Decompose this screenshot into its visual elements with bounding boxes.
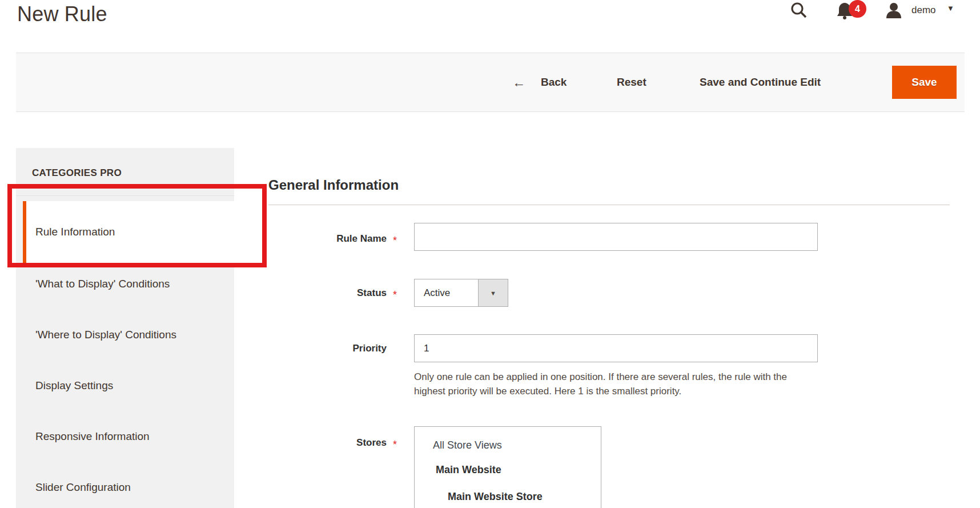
rule-name-label: Rule Name (267, 233, 387, 245)
user-menu[interactable]: demo (911, 5, 936, 16)
priority-label: Priority (267, 343, 387, 354)
status-label: Status (267, 287, 387, 299)
settings-sidebar: CATEGORIES PRO Rule Information 'What to… (16, 148, 234, 508)
status-caret-button[interactable]: ▼ (478, 279, 508, 306)
chevron-down-icon: ▼ (490, 290, 496, 297)
sidebar-heading: CATEGORIES PRO (16, 148, 234, 196)
status-select[interactable]: Active ▼ (414, 279, 508, 307)
sidebar-item-responsive-information[interactable]: Responsive Information (16, 411, 234, 462)
section-divider (268, 205, 950, 205)
status-selected-value: Active (424, 279, 450, 306)
rule-name-input[interactable] (414, 223, 818, 251)
priority-input[interactable] (414, 334, 818, 362)
stores-label: Stores (267, 437, 387, 449)
section-title: General Information (268, 177, 399, 193)
user-avatar-icon[interactable] (885, 2, 903, 19)
sidebar-item-where-to-display-conditions[interactable]: 'Where to Display' Conditions (16, 309, 234, 360)
page-actions-toolbar: ← Back Reset Save and Continue Edit Save (16, 53, 965, 112)
search-icon[interactable] (790, 1, 808, 19)
stores-option-all-store-views[interactable]: All Store Views (433, 439, 502, 451)
user-menu-caret-icon[interactable]: ▼ (947, 4, 954, 13)
save-and-continue-button[interactable]: Save and Continue Edit (700, 76, 821, 89)
stores-required-asterisk: * (393, 439, 404, 451)
rule-name-required-asterisk: * (393, 235, 404, 247)
sidebar-item-slider-configuration[interactable]: Slider Configuration (16, 462, 234, 508)
stores-multiselect[interactable]: All Store Views Main Website Main Websit… (414, 426, 601, 508)
reset-button[interactable]: Reset (617, 76, 646, 89)
priority-help-text: Only one rule can be applied in one posi… (414, 370, 814, 398)
sidebar-item-what-to-display-conditions[interactable]: 'What to Display' Conditions (16, 258, 234, 309)
back-arrow-icon[interactable]: ← (512, 75, 525, 90)
page-title: New Rule (17, 2, 107, 26)
admin-page: New Rule 4 demo ▼ ← Back Reset Save and … (0, 0, 980, 508)
status-required-asterisk: * (393, 289, 404, 301)
sidebar-item-display-settings[interactable]: Display Settings (16, 360, 234, 411)
stores-option-main-website[interactable]: Main Website (436, 464, 501, 476)
sidebar-item-rule-information[interactable]: Rule Information (23, 201, 234, 263)
save-button[interactable]: Save (892, 66, 957, 99)
notification-count-badge[interactable]: 4 (849, 0, 866, 18)
stores-option-main-website-store[interactable]: Main Website Store (448, 491, 543, 503)
back-button[interactable]: Back (541, 76, 567, 89)
